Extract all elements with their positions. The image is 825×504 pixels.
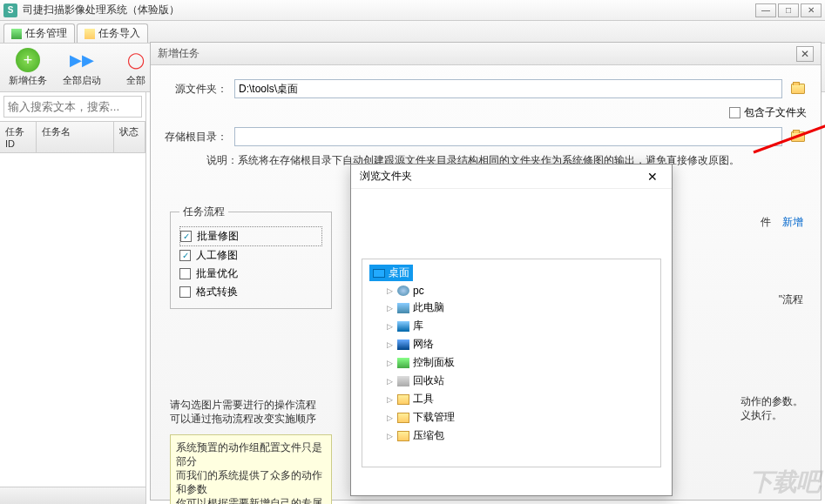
flow-label: 批量优化 bbox=[196, 266, 238, 281]
desktop-icon bbox=[373, 269, 385, 278]
flow-item[interactable]: ✓人工修图 bbox=[179, 246, 322, 265]
search-input[interactable] bbox=[3, 96, 142, 118]
tree-item[interactable]: ▷此电脑 bbox=[385, 299, 653, 317]
tree-item[interactable]: ▷下载管理 bbox=[385, 408, 653, 427]
panel-title: 新增任务 bbox=[158, 46, 199, 61]
tree-item-label: 压缩包 bbox=[413, 428, 444, 443]
expand-icon[interactable]: ▷ bbox=[385, 395, 394, 404]
tree-item-label: pc bbox=[413, 285, 424, 297]
dialog-close-button[interactable]: ✕ bbox=[642, 168, 663, 185]
button-label: 新增任务 bbox=[9, 74, 47, 87]
checkbox-icon[interactable] bbox=[179, 268, 191, 279]
flow-label: 人工修图 bbox=[196, 248, 238, 263]
tree-item-label: 此电脑 bbox=[413, 300, 444, 315]
folder-icon bbox=[397, 431, 409, 441]
tip-line: 系统预置的动作组配置文件只是部分 bbox=[176, 440, 326, 468]
flow-label: 格式转换 bbox=[196, 285, 238, 299]
tree-item-label: 网络 bbox=[413, 337, 434, 352]
col-status[interactable]: 状态 bbox=[114, 122, 145, 152]
app-logo-icon: S bbox=[3, 3, 17, 17]
panel-close-button[interactable]: ✕ bbox=[796, 46, 814, 62]
source-folder-input[interactable] bbox=[234, 79, 782, 98]
left-pane: 任务ID 任务名 状态 bbox=[0, 92, 146, 504]
browse-folder-dialog: 浏览文件夹 ✕ 桌面 ▷pc▷此电脑▷库▷网络▷控制面板▷回收站▷工具▷下载管理… bbox=[350, 164, 673, 496]
play-icon: ▶▶ bbox=[70, 48, 94, 72]
folder-tree[interactable]: 桌面 ▷pc▷此电脑▷库▷网络▷控制面板▷回收站▷工具▷下载管理▷压缩包 bbox=[362, 259, 661, 467]
hint-line: 可以通过拖动流程改变实施顺序 bbox=[170, 412, 332, 426]
expand-icon[interactable]: ▷ bbox=[385, 322, 394, 331]
tree-item[interactable]: ▷回收站 bbox=[385, 372, 653, 390]
new-link[interactable]: 新增 bbox=[782, 216, 803, 228]
tree-root-label: 桌面 bbox=[389, 265, 409, 280]
checkbox-icon[interactable]: ✓ bbox=[179, 250, 191, 261]
expand-icon[interactable]: ▷ bbox=[385, 340, 394, 349]
tree-item[interactable]: ▷压缩包 bbox=[385, 427, 653, 445]
tree-item-label: 回收站 bbox=[413, 373, 444, 388]
tree-item[interactable]: ▷pc bbox=[385, 283, 653, 299]
minimize-button[interactable]: — bbox=[755, 3, 776, 17]
expand-icon[interactable]: ▷ bbox=[385, 304, 394, 312]
user-icon bbox=[397, 286, 409, 296]
expand-icon[interactable]: ▷ bbox=[385, 377, 394, 386]
expand-icon[interactable]: ▷ bbox=[385, 286, 394, 295]
cpl-icon bbox=[397, 358, 409, 368]
tab-task-import[interactable]: 任务导入 bbox=[77, 24, 148, 43]
tree-item[interactable]: ▷控制面板 bbox=[385, 353, 653, 372]
new-task-button[interactable]: + 新增任务 bbox=[7, 48, 49, 87]
flows-legend: 任务流程 bbox=[179, 205, 228, 219]
expand-icon[interactable]: ▷ bbox=[385, 432, 394, 440]
flow-item[interactable]: 格式转换 bbox=[179, 283, 322, 301]
maximize-button[interactable]: □ bbox=[778, 3, 799, 17]
text-line: 动作的参数。 bbox=[740, 394, 803, 408]
bin-icon bbox=[397, 376, 409, 386]
flows-hint: 请勾选图片需要进行的操作流程 可以通过拖动流程改变实施顺序 bbox=[170, 398, 332, 426]
stop-icon: ◯ bbox=[124, 48, 148, 72]
tab-label: 任务导入 bbox=[98, 26, 140, 41]
start-all-button[interactable]: ▶▶ 全部启动 bbox=[61, 48, 103, 87]
browse-source-button[interactable] bbox=[789, 80, 807, 97]
browse-store-button[interactable] bbox=[789, 128, 807, 145]
file-fragment: 件 bbox=[761, 216, 771, 228]
right-links: 件 新增 bbox=[761, 215, 803, 230]
tree-item[interactable]: ▷库 bbox=[385, 317, 653, 335]
flow-label: 批量修图 bbox=[197, 229, 239, 244]
expand-icon[interactable]: ▷ bbox=[385, 359, 394, 367]
col-task-name[interactable]: 任务名 bbox=[37, 122, 114, 152]
folder-icon bbox=[397, 413, 409, 423]
store-root-label: 存储根目录： bbox=[165, 130, 227, 144]
checkbox-icon[interactable] bbox=[179, 286, 191, 298]
include-subfolders-label: 包含子文件夹 bbox=[744, 105, 807, 120]
net-icon bbox=[397, 339, 409, 350]
tree-item-label: 库 bbox=[413, 319, 423, 333]
tabstrip: 任务管理 任务导入 bbox=[0, 21, 825, 44]
tip-box: 系统预置的动作组配置文件只是部分 而我们的系统提供了众多的动作和参数 你可以根据… bbox=[170, 434, 332, 504]
expand-icon[interactable]: ▷ bbox=[385, 413, 394, 422]
col-task-id[interactable]: 任务ID bbox=[0, 122, 37, 152]
flow-item[interactable]: 批量优化 bbox=[179, 265, 322, 283]
button-label: 全部启动 bbox=[63, 74, 101, 87]
tree-item-label: 下载管理 bbox=[413, 410, 455, 425]
source-folder-label: 源文件夹： bbox=[165, 82, 227, 97]
status-bar bbox=[0, 487, 145, 504]
folder-icon bbox=[397, 394, 409, 405]
include-subfolders-checkbox[interactable] bbox=[729, 107, 740, 118]
tip-line: 你可以根据需要新增自己的专属模板 bbox=[176, 496, 326, 504]
task-flows-group: 任务流程 ✓批量修图✓人工修图批量优化格式转换 bbox=[170, 205, 332, 309]
flow-item[interactable]: ✓批量修图 bbox=[179, 226, 322, 246]
store-root-input[interactable] bbox=[234, 127, 782, 146]
right-text-params: 动作的参数。 义执行。 bbox=[740, 394, 803, 422]
tip-line: 而我们的系统提供了众多的动作和参数 bbox=[176, 468, 326, 496]
dialog-header: 浏览文件夹 ✕ bbox=[351, 165, 672, 189]
tree-item[interactable]: ▷工具 bbox=[385, 390, 653, 408]
task-list[interactable] bbox=[0, 153, 145, 487]
note-prefix: 说明： bbox=[206, 154, 238, 166]
tree-item-label: 工具 bbox=[413, 392, 434, 407]
tree-item[interactable]: ▷网络 bbox=[385, 335, 653, 353]
tree-root-desktop[interactable]: 桌面 bbox=[369, 265, 413, 281]
window-title: 司捷扫描影像处理系统（体验版） bbox=[23, 3, 754, 17]
tab-task-manage[interactable]: 任务管理 bbox=[3, 24, 75, 43]
pc-icon bbox=[397, 303, 409, 313]
checkbox-icon[interactable]: ✓ bbox=[180, 231, 192, 242]
text-line: 义执行。 bbox=[740, 408, 803, 422]
close-button[interactable]: ✕ bbox=[801, 3, 822, 17]
